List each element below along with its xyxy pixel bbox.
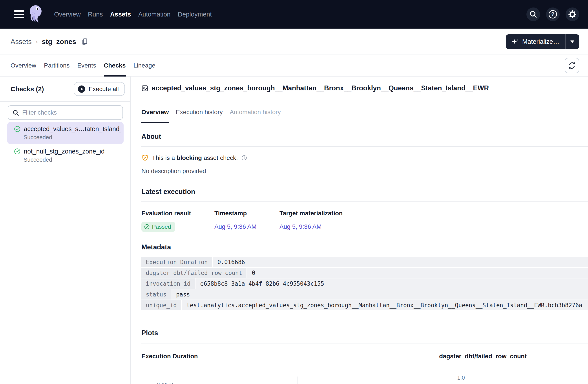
about-heading: About — [141, 133, 588, 141]
refresh-icon — [567, 61, 576, 70]
table-row: Execution Duration 0.016686 — [141, 257, 588, 267]
asset-tabs-row: Overview Partitions Events Checks Lineag… — [0, 55, 588, 77]
search-icon — [529, 10, 538, 19]
tab-check-overview[interactable]: Overview — [141, 109, 169, 123]
nav-item-overview[interactable]: Overview — [54, 11, 81, 18]
table-row: unique_id test.analytics.accepted_values… — [141, 300, 588, 310]
filter-checks-input[interactable] — [8, 105, 123, 120]
gear-icon — [568, 10, 577, 19]
tab-checks[interactable]: Checks — [104, 55, 126, 76]
check-item-status: Succeeded — [23, 156, 121, 163]
check-list-item-accepted-values[interactable]: accepted_values_s…taten_Island__EWR Succ… — [7, 122, 124, 144]
info-icon[interactable] — [241, 155, 247, 161]
materialize-split-button: Materialize… — [506, 34, 579, 49]
primary-nav: Overview Runs Assets Automation Deployme… — [54, 11, 212, 18]
asset-tabs: Overview Partitions Events Checks Lineag… — [11, 55, 155, 76]
col-target-materialization: Target materialization — [279, 210, 588, 217]
check-detail-tabs: Overview Execution history Automation hi… — [141, 109, 588, 123]
metadata-value: 0.016686 — [213, 257, 588, 267]
table-row: status pass — [141, 289, 588, 299]
checks-list: accepted_values_s…taten_Island__EWR Succ… — [0, 122, 130, 167]
latest-execution-heading: Latest execution — [141, 188, 588, 196]
tab-automation-history[interactable]: Automation history — [230, 109, 281, 123]
dagster-logo[interactable] — [28, 5, 44, 24]
nav-item-assets[interactable]: Assets — [110, 11, 131, 18]
blocking-shield-icon — [141, 154, 149, 161]
col-evaluation-result: Evaluation result — [141, 210, 214, 217]
materialize-dropdown-button[interactable] — [565, 34, 579, 49]
execute-all-button[interactable]: Execute all — [74, 82, 125, 96]
metadata-value: e658b8c8-3a1a-4b4f-82b6-4c955043c155 — [195, 278, 588, 289]
breadcrumb-current: stg_zones — [42, 38, 76, 46]
metadata-value: 0 — [247, 268, 588, 278]
help-button[interactable]: ? — [546, 7, 560, 21]
tab-lineage[interactable]: Lineage — [133, 55, 155, 76]
help-icon: ? — [549, 10, 557, 19]
breadcrumb-separator: › — [36, 38, 38, 45]
check-title: accepted_values_stg_zones_borough__Manha… — [152, 84, 489, 92]
passed-check-icon — [144, 224, 150, 230]
no-description-text: No description provided — [141, 168, 588, 175]
check-success-icon — [14, 126, 21, 132]
play-circle-icon — [78, 85, 85, 93]
check-item-name: not_null_stg_zones_zone_id — [24, 148, 105, 155]
nav-item-runs[interactable]: Runs — [88, 11, 103, 18]
status-badge: Passed — [141, 222, 175, 232]
col-timestamp: Timestamp — [214, 210, 279, 217]
metadata-key: invocation_id — [141, 278, 195, 289]
copy-icon — [81, 38, 88, 45]
check-detail: accepted_values_stg_zones_borough__Manha… — [131, 77, 588, 384]
execute-all-label: Execute all — [89, 85, 119, 93]
materialize-button[interactable]: Materialize… — [506, 34, 565, 49]
tab-events[interactable]: Events — [77, 55, 96, 76]
metadata-value: test.analytics.accepted_values_stg_zones… — [182, 300, 588, 310]
nav-item-deployment[interactable]: Deployment — [178, 11, 212, 18]
plots-heading: Plots — [141, 329, 588, 337]
chevron-down-icon — [570, 41, 574, 43]
tab-overview[interactable]: Overview — [11, 55, 36, 76]
breadcrumb-assets-link[interactable]: Assets — [11, 38, 32, 46]
metadata-heading: Metadata — [141, 243, 588, 251]
page-header: Assets › stg_zones Materialize… — [0, 29, 588, 55]
top-nav: Overview Runs Assets Automation Deployme… — [0, 0, 588, 29]
settings-button[interactable] — [566, 7, 579, 21]
check-success-icon — [14, 148, 21, 155]
asset-check-icon — [141, 85, 148, 92]
copy-button[interactable] — [81, 38, 88, 45]
hamburger-icon[interactable] — [14, 10, 24, 18]
table-row: invocation_id e658b8c8-3a1a-4b4f-82b6-4c… — [141, 278, 588, 289]
timestamp-link[interactable]: Aug 5, 9:36 AM — [214, 223, 256, 230]
materialize-label: Materialize… — [522, 38, 559, 45]
blocking-text: This is a blocking asset check. — [152, 154, 238, 161]
metadata-key: unique_id — [141, 300, 181, 310]
check-item-status: Succeeded — [23, 134, 121, 141]
metadata-key: Execution Duration — [141, 257, 212, 267]
target-materialization-link[interactable]: Aug 5, 9:36 AM — [279, 223, 321, 230]
sparkle-icon — [511, 38, 519, 45]
checks-panel: Checks (2) Execute all — [0, 77, 131, 384]
chart-title: Execution Duration — [141, 353, 429, 360]
refresh-button[interactable] — [565, 58, 579, 73]
checks-panel-title: Checks (2) — [11, 85, 44, 93]
y-tick-label: 0.0174 — [157, 382, 174, 384]
nav-item-automation[interactable]: Automation — [138, 11, 171, 18]
failed-row-count-chart: dagster_dbt/failed_row_count 1.0 0.6 — [439, 353, 588, 384]
metadata-key: dagster_dbt/failed_row_count — [141, 268, 247, 278]
check-list-item-not-null[interactable]: not_null_stg_zones_zone_id Succeeded — [7, 145, 124, 167]
table-row: dagster_dbt/failed_row_count 0 — [141, 268, 588, 278]
execution-duration-chart: Execution Duration 0.0174 — [141, 353, 429, 384]
chart-plot-area — [178, 377, 429, 384]
metadata-table: Execution Duration 0.016686 dagster_dbt/… — [141, 257, 588, 310]
chart-plot-area — [469, 377, 588, 384]
tab-partitions[interactable]: Partitions — [44, 55, 70, 76]
search-button[interactable] — [526, 7, 540, 21]
metadata-value: pass — [171, 289, 588, 299]
check-item-name: accepted_values_s…taten_Island__EWR — [24, 125, 121, 133]
filter-search-icon — [12, 109, 20, 117]
chart-title: dagster_dbt/failed_row_count — [439, 353, 588, 360]
y-tick-label: 1.0 — [457, 375, 465, 381]
metadata-key: status — [141, 289, 171, 299]
breadcrumb: Assets › stg_zones — [11, 38, 88, 46]
tab-execution-history[interactable]: Execution history — [176, 109, 223, 123]
